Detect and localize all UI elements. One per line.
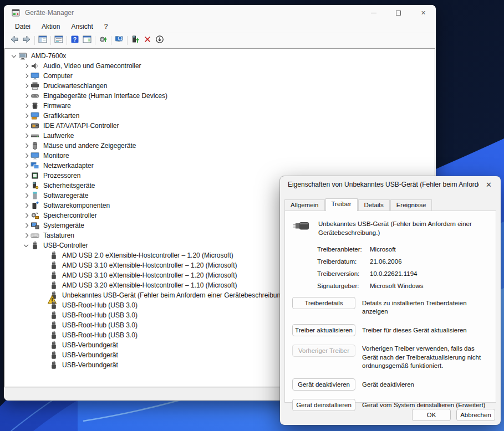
driver-field-row: Treiberanbieter:Microsoft [317, 246, 496, 253]
tree-item[interactable]: Netzwerkadapter [5, 161, 435, 171]
expander-chevron-right-icon[interactable] [22, 191, 30, 200]
tree-item-label: Eingabegeräte (Human Interface Devices) [43, 92, 167, 100]
tree-item[interactable]: Grafikkarten [5, 111, 435, 121]
tree-item-label: Sicherheitsgeräte [43, 182, 95, 189]
tree-item[interactable]: Druckwarteschlangen [5, 81, 435, 91]
menu-?[interactable]: ? [99, 21, 114, 32]
expander-chevron-right-icon[interactable] [22, 101, 30, 110]
expander-chevron-right-icon[interactable] [22, 61, 30, 70]
expander-chevron-right-icon[interactable] [22, 141, 30, 150]
expander-chevron-right-icon[interactable] [22, 81, 30, 90]
action-description: Gerät vom System deinstallieren (Erweite… [362, 399, 485, 409]
tree-item-label: Grafikkarten [43, 112, 79, 120]
usb-icon [49, 311, 59, 320]
tree-item[interactable]: IDE ATA/ATAPI-Controller [5, 121, 435, 131]
expander-chevron-right-icon[interactable] [22, 131, 30, 140]
tree-item[interactable]: Eingabegeräte (Human Interface Devices) [5, 91, 435, 101]
printer-icon [30, 81, 40, 90]
chevron-right-icon [24, 193, 28, 198]
expander-chevron-down-icon[interactable] [9, 52, 18, 60]
menu-datei[interactable]: Datei [9, 21, 36, 32]
menu-aktion[interactable]: Aktion [36, 21, 65, 32]
expander-chevron-right-icon[interactable] [22, 71, 30, 80]
tab-ereignisse[interactable]: Ereignisse [390, 199, 432, 211]
disable-device-button[interactable] [154, 35, 166, 46]
usb-device-icon [293, 220, 313, 233]
properties-window-button[interactable] [53, 35, 65, 46]
expander-chevron-right-icon[interactable] [22, 171, 30, 180]
expander-chevron-right-icon[interactable] [22, 161, 30, 170]
treiber-aktualisieren-button[interactable]: Treiber aktualisieren [292, 324, 355, 336]
dialog-close-icon[interactable]: ✕ [483, 179, 494, 190]
disable-device-icon [155, 35, 164, 46]
usb-icon [49, 281, 59, 290]
tree-item-label: AMD-7600x [31, 52, 66, 60]
update-driver-button[interactable] [129, 35, 141, 46]
uninstall-device-button[interactable] [141, 35, 154, 46]
cancel-button[interactable]: Abbrechen [456, 409, 495, 421]
chevron-right-icon [24, 203, 28, 208]
show-console-tree-button[interactable] [37, 35, 49, 46]
driver-action-row: Treiber aktualisierenTreiber für dieses … [292, 324, 489, 336]
dialog-titlebar[interactable]: Eigenschaften von Unbekanntes USB-Gerät … [280, 176, 501, 193]
gpu-icon [30, 111, 40, 120]
expander-chevron-right-icon[interactable] [22, 231, 30, 240]
titlebar[interactable]: Geräte-Manager ✕ [4, 5, 436, 20]
tree-item-label: AMD USB 2.0 eXtensible-Hostcontroller – … [62, 252, 233, 259]
expander-chevron-right-icon[interactable] [22, 121, 30, 130]
chevron-right-icon [24, 104, 28, 108]
field-label: Treiberversion: [317, 270, 370, 277]
menu-ansicht[interactable]: Ansicht [65, 21, 98, 32]
expander-chevron-right-icon[interactable] [22, 181, 30, 190]
chevron-right-icon [24, 153, 28, 158]
tab-allgemein[interactable]: Allgemein [284, 199, 325, 211]
minimize-button[interactable] [361, 5, 386, 20]
expander-chevron-right-icon[interactable] [22, 111, 30, 120]
scan-hardware-changes-icon [99, 35, 108, 46]
expander-chevron-right-icon[interactable] [22, 201, 30, 210]
update-driver-icon [131, 35, 140, 46]
ide-icon [30, 121, 40, 130]
scan-hardware-changes-button[interactable] [97, 35, 109, 46]
close-button[interactable]: ✕ [411, 5, 436, 20]
expander-chevron-right-icon[interactable] [22, 151, 30, 160]
device-name: Unbekanntes USB-Gerät (Fehler beim Anfor… [318, 220, 489, 237]
driver-actions: TreiberdetailsDetails zu installierten T… [292, 297, 489, 411]
gerät-deinstallieren-button[interactable]: Gerät deinstallieren [292, 399, 355, 411]
toolbar-separator [34, 36, 35, 45]
ok-button[interactable]: OK [412, 409, 451, 421]
usb-icon [49, 291, 59, 300]
expander-chevron-right-icon[interactable] [22, 91, 30, 100]
treiberdetails-button[interactable]: Treiberdetails [292, 297, 355, 309]
expander-chevron-right-icon[interactable] [22, 221, 30, 230]
back-arrow-button[interactable] [8, 35, 21, 46]
uninstall-device-icon [143, 35, 152, 46]
chip-icon [30, 101, 40, 110]
maximize-button[interactable] [386, 5, 411, 20]
tree-item[interactable]: Computer [5, 71, 435, 81]
expander-chevron-down-icon[interactable] [22, 241, 30, 250]
action-description: Treiber für dieses Gerät aktualisieren [362, 324, 467, 335]
help-button[interactable]: ? [69, 35, 81, 46]
field-value: Microsoft [370, 246, 396, 253]
gerät-deaktivieren-button[interactable]: Gerät deaktivieren [292, 378, 355, 391]
driver-fields: Treiberanbieter:MicrosoftTreiberdatum:21… [317, 246, 496, 289]
usb-icon [30, 241, 40, 250]
tree-item[interactable]: AMD-7600x [5, 51, 435, 61]
chevron-right-icon [24, 213, 28, 218]
chevron-right-icon [24, 134, 28, 138]
expander-chevron-right-icon[interactable] [22, 211, 30, 220]
software-icon [30, 191, 40, 200]
tab-treiber[interactable]: Treiber [325, 198, 358, 211]
driver-action-row: Vorheriger TreiberVorherigen Treiber ver… [292, 345, 489, 370]
tree-item[interactable]: Audio, Video und Gamecontroller [5, 61, 435, 71]
remote-computer-button[interactable] [113, 35, 125, 46]
field-value: 10.0.22621.1194 [370, 270, 417, 277]
tab-details[interactable]: Details [358, 199, 390, 211]
tree-item[interactable]: Firmware [5, 101, 435, 111]
tree-item[interactable]: Laufwerke [5, 131, 435, 141]
forward-arrow-button[interactable] [21, 35, 33, 46]
tree-item[interactable]: Monitore [5, 151, 435, 161]
tree-item[interactable]: Mäuse und andere Zeigegeräte [5, 141, 435, 151]
show-action-pane-button[interactable] [81, 35, 93, 46]
